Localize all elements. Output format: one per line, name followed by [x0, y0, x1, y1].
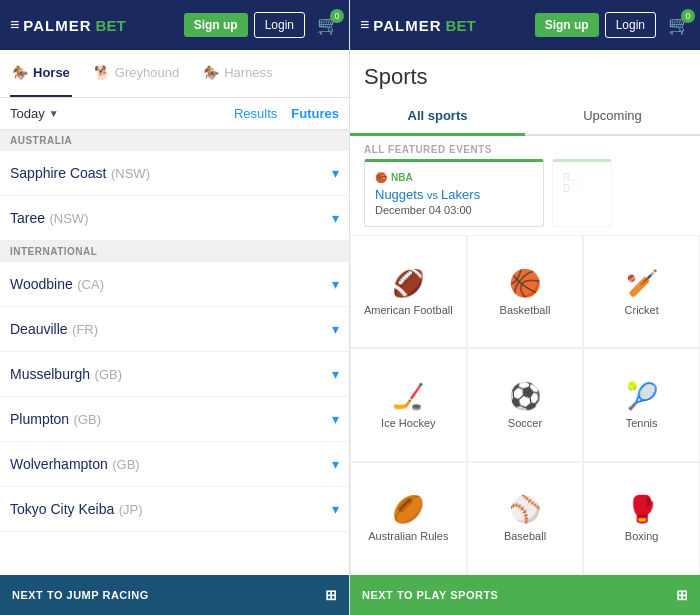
race-item-sapphire[interactable]: Sapphire Coast (NSW) ▾ [0, 151, 349, 196]
tab-harness-label: Harness [224, 65, 272, 80]
soccer-icon: ⚽ [509, 381, 541, 412]
event-sport-label: 🏀 NBA [375, 172, 533, 183]
left-panel: ≡ PALMERBET Sign up Login 🛒 0 🏇 Horse 🐕 … [0, 0, 350, 615]
event-card-placeholder: R... D... [552, 159, 612, 227]
race-name: Taree (NSW) [10, 209, 88, 227]
left-logo: ≡ PALMERBET [10, 16, 184, 34]
sport-name: Soccer [508, 417, 542, 429]
next-to-play-bar[interactable]: NEXT TO PLAY SPORTS ⊞ [350, 575, 700, 615]
baseball-icon: ⚾ [509, 494, 541, 525]
sport-baseball[interactable]: ⚾ Baseball [467, 462, 584, 575]
event-card-nba[interactable]: 🏀 NBA Nuggets vs Lakers December 04 03:0… [364, 159, 544, 227]
next-to-jump-label: NEXT TO JUMP RACING [12, 589, 149, 601]
cart-badge: 0 [330, 9, 344, 23]
right-logo-text: PALMER [373, 17, 441, 34]
chevron-down-icon: ▾ [332, 321, 339, 337]
sport-name: Boxing [625, 530, 659, 542]
sport-name: American Football [364, 304, 453, 316]
tab-upcoming[interactable]: Upcoming [525, 98, 700, 134]
right-panel: ≡ PALMERBET Sign up Login 🛒 0 Sports All… [350, 0, 700, 615]
sport-name: Basketball [500, 304, 551, 316]
race-item-tokyo[interactable]: Tokyo City Keiba (JP) ▾ [0, 487, 349, 532]
events-scroll: 🏀 NBA Nuggets vs Lakers December 04 03:0… [364, 159, 686, 227]
signup-button[interactable]: Sign up [184, 13, 248, 37]
expand-icon: ⊞ [325, 587, 338, 603]
event-datetime: December 04 03:00 [375, 204, 533, 216]
sport-name: Tennis [626, 417, 658, 429]
chevron-down-icon: ▾ [332, 366, 339, 382]
tennis-icon: 🎾 [626, 381, 658, 412]
futures-link[interactable]: Futures [291, 106, 339, 121]
filter-bar: Today ▼ Results Futures [0, 98, 349, 130]
international-section-label: INTERNATIONAL [0, 241, 349, 262]
left-header: ≡ PALMERBET Sign up Login 🛒 0 [0, 0, 349, 50]
menu-icon[interactable]: ≡ [10, 16, 19, 34]
sport-australian-rules[interactable]: 🏉 Australian Rules [350, 462, 467, 575]
sport-soccer[interactable]: ⚽ Soccer [467, 348, 584, 461]
tab-horse-label: Horse [33, 65, 70, 80]
race-item-musselburgh[interactable]: Musselburgh (GB) ▾ [0, 352, 349, 397]
sport-cricket[interactable]: 🏏 Cricket [583, 235, 700, 348]
right-logo: ≡ PALMERBET [360, 16, 535, 34]
sports-tabs: All sports Upcoming [350, 98, 700, 136]
featured-label: ALL FEATURED EVENTS [350, 136, 700, 159]
logo-text: PALMER [23, 17, 91, 34]
sport-name: Ice Hockey [381, 417, 435, 429]
sport-basketball[interactable]: 🏀 Basketball [467, 235, 584, 348]
tab-greyhound-label: Greyhound [115, 65, 179, 80]
australia-section-label: AUSTRALIA [0, 130, 349, 151]
race-item-woodbine[interactable]: Woodbine (CA) ▾ [0, 262, 349, 307]
filter-links: Results Futures [234, 106, 339, 121]
race-item-deauville[interactable]: Deauville (FR) ▾ [0, 307, 349, 352]
today-label: Today [10, 106, 45, 121]
race-item-wolverhampton[interactable]: Wolverhampton (GB) ▾ [0, 442, 349, 487]
chevron-down-icon: ▾ [332, 210, 339, 226]
header-buttons: Sign up Login 🛒 0 [184, 12, 339, 38]
chevron-down-icon: ▾ [332, 276, 339, 292]
chevron-down-icon: ▾ [332, 501, 339, 517]
expand-icon-right: ⊞ [676, 587, 689, 603]
tab-all-sports[interactable]: All sports [350, 98, 525, 136]
menu-icon-right[interactable]: ≡ [360, 16, 369, 34]
harness-icon: 🏇 [203, 65, 219, 80]
event-teams: Nuggets vs Lakers [375, 187, 533, 202]
chevron-down-icon: ▾ [332, 411, 339, 427]
tab-harness[interactable]: 🏇 Harness [201, 50, 274, 97]
team-left: Nuggets [375, 187, 423, 202]
sport-american-football[interactable]: 🏈 American Football [350, 235, 467, 348]
sport-boxing[interactable]: 🥊 Boxing [583, 462, 700, 575]
sport-name: Baseball [504, 530, 546, 542]
australian-rules-icon: 🏉 [392, 494, 424, 525]
sport-tennis[interactable]: 🎾 Tennis [583, 348, 700, 461]
race-item-plumpton[interactable]: Plumpton (GB) ▾ [0, 397, 349, 442]
cricket-icon: 🏏 [626, 268, 658, 299]
right-login-button[interactable]: Login [605, 12, 656, 38]
results-link[interactable]: Results [234, 106, 277, 121]
boxing-icon: 🥊 [626, 494, 658, 525]
basketball-icon: 🏀 [509, 268, 541, 299]
tab-horse[interactable]: 🏇 Horse [10, 50, 72, 97]
race-item-taree[interactable]: Taree (NSW) ▾ [0, 196, 349, 241]
sport-ice-hockey[interactable]: 🏒 Ice Hockey [350, 348, 467, 461]
right-header: ≡ PALMERBET Sign up Login 🛒 0 [350, 0, 700, 50]
nba-icon: 🏀 [375, 172, 387, 183]
right-logo-bet: BET [446, 17, 476, 34]
dropdown-arrow-icon: ▼ [49, 108, 59, 119]
next-to-jump-bar[interactable]: NEXT TO JUMP RACING ⊞ [0, 575, 349, 615]
next-to-play-label: NEXT TO PLAY SPORTS [362, 589, 498, 601]
login-button[interactable]: Login [254, 12, 305, 38]
horse-icon: 🏇 [12, 65, 28, 80]
tab-greyhound[interactable]: 🐕 Greyhound [92, 50, 181, 97]
ice-hockey-icon: 🏒 [392, 381, 424, 412]
cart-icon[interactable]: 🛒 0 [317, 14, 339, 36]
right-signup-button[interactable]: Sign up [535, 13, 599, 37]
american-football-icon: 🏈 [392, 268, 424, 299]
logo-bet: BET [96, 17, 126, 34]
today-select[interactable]: Today ▼ [10, 106, 59, 121]
sports-page-title: Sports [350, 50, 700, 98]
race-tabs: 🏇 Horse 🐕 Greyhound 🏇 Harness [0, 50, 349, 98]
right-cart-badge: 0 [681, 9, 695, 23]
greyhound-icon: 🐕 [94, 65, 110, 80]
right-cart-icon[interactable]: 🛒 0 [668, 14, 690, 36]
team-right: Lakers [441, 187, 480, 202]
